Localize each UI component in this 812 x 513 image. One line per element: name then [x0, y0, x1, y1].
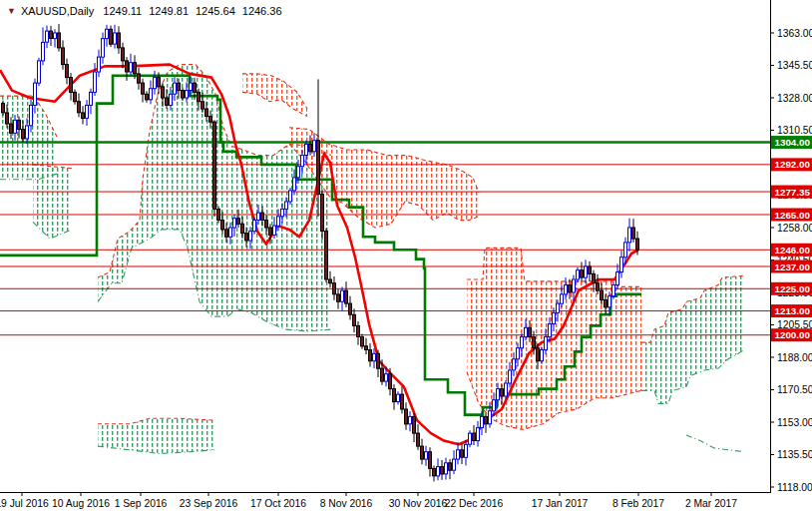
- candle: [397, 391, 400, 404]
- candle: [46, 26, 49, 49]
- candle: [585, 259, 588, 283]
- candle: [620, 251, 623, 278]
- candle: [66, 59, 69, 85]
- date-label: 1 Sep 2016: [115, 498, 168, 509]
- price-chart-canvas[interactable]: 1363.001345.501328.001310.501293.001275.…: [0, 0, 812, 513]
- candle: [485, 413, 488, 433]
- candle: [413, 413, 416, 442]
- price-tick-label: 1188.00: [777, 352, 812, 363]
- price-level-tag-label: 1277.35: [775, 187, 811, 198]
- price-tick-label: 1328.00: [777, 93, 812, 104]
- symbol-period-label: XAUUSD,Daily: [21, 5, 94, 17]
- candle: [357, 321, 360, 345]
- candle: [405, 402, 408, 430]
- candle: [437, 458, 440, 480]
- candle: [353, 308, 356, 332]
- candle: [577, 267, 580, 282]
- candle: [217, 207, 220, 224]
- candle: [589, 261, 592, 281]
- candle: [90, 89, 93, 115]
- candle: [82, 106, 85, 124]
- date-label: 17 Oct 2016: [250, 498, 306, 509]
- price-level-tag-label: 1200.00: [775, 329, 811, 340]
- candle: [401, 386, 404, 413]
- candle: [341, 286, 344, 310]
- candle: [42, 27, 45, 65]
- high-value: 1249.81: [149, 5, 189, 17]
- candle: [612, 282, 615, 299]
- price-tick-label: 1153.00: [777, 417, 812, 428]
- price-tick-label: 1135.50: [777, 449, 812, 460]
- date-label: 30 Nov 2016: [389, 498, 448, 509]
- price-tick-label: 1118.00: [777, 482, 812, 493]
- price-level-tag-label: 1304.00: [775, 137, 811, 148]
- ichimoku-cloud-green: [641, 275, 744, 403]
- candle: [361, 334, 364, 349]
- candle: [146, 91, 149, 103]
- candle: [477, 421, 480, 447]
- candle: [86, 100, 89, 126]
- price-level-tag-label: 1292.00: [775, 159, 811, 170]
- ichimoku-cloud-green: [33, 165, 72, 239]
- price-level-tag-label: 1237.00: [775, 261, 811, 272]
- candle: [581, 262, 584, 282]
- date-label: 8 Nov 2016: [320, 498, 373, 509]
- candle: [337, 289, 340, 309]
- price-level-tag-label: 1225.00: [775, 283, 811, 294]
- candle: [126, 57, 129, 81]
- date-label: 2 Mar 2017: [685, 498, 737, 509]
- candle: [628, 219, 631, 252]
- candle: [102, 33, 105, 64]
- price-tick-label: 1310.50: [777, 125, 812, 136]
- candle: [349, 296, 352, 320]
- candle: [449, 459, 452, 479]
- price-level-tag-label: 1246.00: [775, 245, 811, 256]
- candle: [94, 63, 97, 96]
- candle: [473, 425, 476, 445]
- open-value: 1249.11: [103, 5, 142, 17]
- candle: [50, 26, 53, 46]
- candle: [333, 276, 336, 300]
- candle: [417, 424, 420, 450]
- candle: [632, 219, 635, 243]
- candle: [142, 79, 145, 103]
- candle: [78, 94, 81, 118]
- symbol-ohlc-header: ▼XAUUSD,Daily1249.111249.811245.641246.3…: [7, 5, 289, 17]
- candle: [138, 68, 141, 90]
- cloud-border-segment: [686, 435, 744, 452]
- candle: [373, 348, 376, 368]
- date-label: 10 Aug 2016: [52, 498, 110, 509]
- candle: [325, 229, 328, 282]
- candle: [345, 281, 348, 307]
- candle: [445, 458, 448, 480]
- candle: [421, 439, 424, 465]
- candle: [461, 444, 464, 464]
- candle: [253, 218, 256, 235]
- candle: [62, 40, 65, 69]
- date-label: 23 Sep 2016: [180, 498, 238, 509]
- close-value: 1246.36: [242, 5, 282, 17]
- candle: [457, 442, 460, 464]
- candle: [369, 343, 372, 367]
- candle: [122, 43, 125, 69]
- candle: [58, 24, 61, 51]
- candle: [98, 50, 101, 77]
- price-level-tag-label: 1213.00: [775, 305, 811, 316]
- price-tick-label: 1258.00: [777, 223, 812, 234]
- price-tick-label: 1345.50: [777, 60, 812, 71]
- candle: [505, 380, 508, 399]
- candle: [541, 347, 544, 364]
- candle: [425, 446, 428, 466]
- chart-context-triangle-icon[interactable]: ▼: [7, 6, 16, 16]
- candle: [118, 26, 121, 54]
- candle: [393, 384, 396, 410]
- candle: [70, 73, 73, 101]
- price-tick-label: 1363.00: [777, 28, 812, 39]
- low-value: 1245.64: [196, 5, 235, 17]
- candle: [409, 411, 412, 431]
- candle: [465, 440, 468, 466]
- candle: [429, 447, 432, 476]
- price-tick-label: 1170.50: [777, 384, 812, 395]
- ichimoku-cloud-orange: [242, 74, 307, 117]
- candle: [377, 350, 380, 377]
